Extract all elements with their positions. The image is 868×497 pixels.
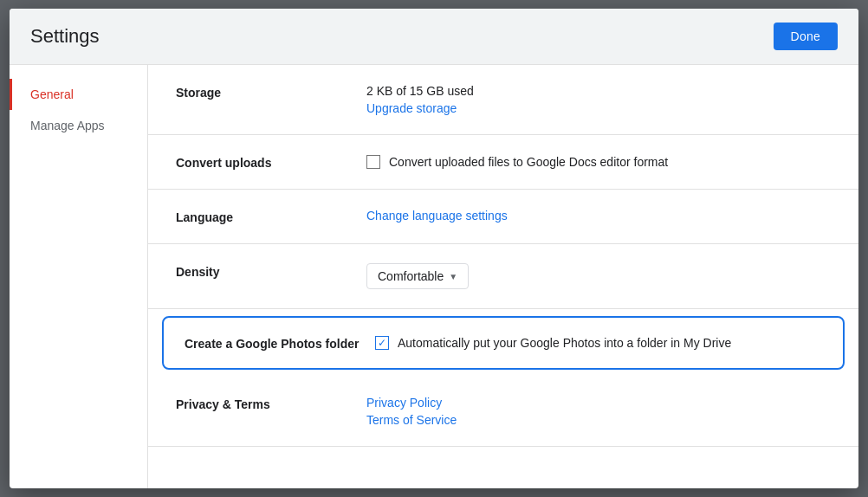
convert-row-inner: Convert uploaded files to Google Docs ed… [366,154,831,169]
privacy-links-container: Privacy Policy Terms of Service [366,396,831,427]
convert-uploads-content: Convert uploaded files to Google Docs ed… [366,154,831,169]
language-content: Change language settings [366,209,831,223]
privacy-row: Privacy & Terms Privacy Policy Terms of … [148,377,858,447]
done-button[interactable]: Done [774,23,838,50]
density-row: Density Comfortable ▼ [148,244,858,309]
convert-description: Convert uploaded files to Google Docs ed… [389,155,668,169]
change-language-link[interactable]: Change language settings [366,209,508,223]
privacy-policy-link[interactable]: Privacy Policy [366,396,831,410]
google-photos-checkbox[interactable]: ✓ [375,336,389,350]
privacy-label: Privacy & Terms [176,396,366,411]
language-row: Language Change language settings [148,190,858,244]
modal-body: General Manage Apps Storage 2 KB of 15 G… [10,65,858,488]
convert-uploads-row: Convert uploads Convert uploaded files t… [148,135,858,190]
upgrade-storage-link[interactable]: Upgrade storage [366,101,457,115]
photos-row-inner: ✓ Automatically put your Google Photos i… [375,335,822,350]
privacy-content: Privacy Policy Terms of Service [366,396,831,427]
storage-label: Storage [176,84,366,100]
checkmark-icon: ✓ [378,338,386,348]
terms-of-service-link[interactable]: Terms of Service [366,413,831,427]
google-photos-label: Create a Google Photos folder [185,335,375,351]
sidebar: General Manage Apps [10,65,148,488]
convert-checkbox[interactable] [366,155,380,169]
storage-content: 2 KB of 15 GB used Upgrade storage [366,84,831,115]
google-photos-description: Automatically put your Google Photos int… [398,336,731,350]
storage-row: Storage 2 KB of 15 GB used Upgrade stora… [148,65,858,135]
google-photos-row: Create a Google Photos folder ✓ Automati… [162,316,845,370]
density-dropdown[interactable]: Comfortable ▼ [366,263,469,289]
density-value: Comfortable [378,269,444,283]
modal-title: Settings [30,25,100,48]
language-label: Language [176,209,366,224]
storage-used-text: 2 KB of 15 GB used [366,84,831,98]
density-dropdown-arrow: ▼ [449,272,457,281]
density-label: Density [176,263,366,279]
modal-header: Settings Done [10,9,858,65]
density-content: Comfortable ▼ [366,263,831,289]
settings-modal: Settings Done General Manage Apps Storag… [10,9,858,488]
content-area: Storage 2 KB of 15 GB used Upgrade stora… [148,65,858,488]
convert-uploads-label: Convert uploads [176,154,366,170]
sidebar-item-general[interactable]: General [10,79,147,110]
google-photos-content: ✓ Automatically put your Google Photos i… [375,335,822,350]
sidebar-item-manage-apps[interactable]: Manage Apps [10,110,147,141]
